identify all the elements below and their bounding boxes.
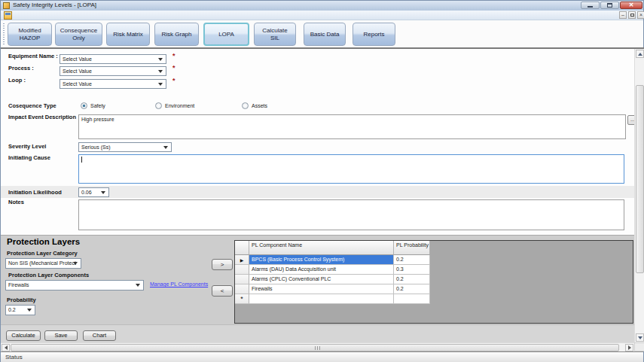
probability-label: Probability: [7, 297, 36, 303]
tab-calculate-sil[interactable]: Calculate SIL: [254, 23, 296, 46]
equipment-name-label: Equipment Name :: [8, 53, 58, 59]
pl-category-select[interactable]: Non SIS (Mechanical Protect: [5, 258, 81, 269]
arrow-up-icon: [638, 53, 642, 56]
tab-lopa[interactable]: LOPA: [203, 23, 249, 46]
tab-basic-data[interactable]: Basic Data: [304, 23, 346, 46]
horizontal-scrollbar[interactable]: [1, 342, 634, 351]
cell-component-name[interactable]: Alarms (CPLC) Conventional PLC: [249, 275, 394, 284]
module-toolbar: Modified HAZOP Consequence Only Risk Mat…: [1, 20, 643, 47]
toolstrip-grip-icon[interactable]: [3, 23, 5, 44]
mdi-restore-button[interactable]: [628, 11, 636, 19]
cell-probability[interactable]: 0.2: [394, 255, 430, 265]
cell-probability[interactable]: 0.3: [394, 265, 430, 275]
maximize-button[interactable]: [600, 2, 619, 9]
impact-event-description-input[interactable]: High pressure: [78, 114, 626, 139]
status-text: Status: [5, 354, 23, 360]
cell-probability[interactable]: 0.2: [394, 284, 430, 294]
add-component-button[interactable]: >: [212, 259, 233, 270]
mdi-close-button[interactable]: ×: [637, 11, 644, 19]
pl-components-grid: PL Component Name PL Probability ▶ BPCS …: [234, 240, 633, 324]
radio-safety[interactable]: [81, 102, 87, 109]
column-header-pl-probability[interactable]: PL Probability: [394, 241, 430, 255]
lopa-form: Equipment Name : Select Value * Process …: [1, 49, 644, 351]
column-header-pl-component-name[interactable]: PL Component Name: [249, 241, 394, 255]
table-row: Alarms (DAU) Data Accquisition unit 0.3: [235, 265, 633, 275]
close-icon: ✕: [629, 2, 634, 8]
new-row-marker-icon: *: [235, 294, 249, 304]
mdi-minimize-button[interactable]: –: [619, 11, 627, 19]
loop-label: Loop :: [8, 77, 26, 84]
protection-layers-panel: Protection Layers Protection Layer Categ…: [1, 235, 634, 324]
cell-component-name[interactable]: Alarms (DAU) Data Accquisition unit: [249, 265, 394, 275]
loop-select[interactable]: Select Value: [60, 79, 166, 89]
manage-pl-components-link[interactable]: Manage PL Components: [150, 281, 208, 287]
save-button[interactable]: Save: [44, 330, 78, 341]
radio-environment[interactable]: [155, 102, 162, 109]
cell-component-name[interactable]: BPCS (Basic Process Control Syystem): [249, 255, 394, 265]
menu-strip: – ×: [1, 11, 643, 20]
required-marker: *: [172, 52, 175, 59]
consequence-type-label: Cosequence Type: [8, 102, 56, 109]
vertical-scroll-thumb[interactable]: [636, 85, 644, 273]
radio-assets[interactable]: [242, 102, 249, 109]
initiation-likelihood-select[interactable]: 0.06: [78, 187, 109, 197]
radio-environment-label: Environment: [165, 103, 194, 108]
scroll-up-button[interactable]: [636, 50, 644, 58]
impact-event-description-label: Impact Event Description: [8, 114, 76, 120]
scroll-left-button[interactable]: [2, 344, 10, 351]
equipment-name-select[interactable]: Select Value: [60, 54, 166, 64]
calculate-button[interactable]: Calculate: [6, 330, 41, 341]
process-label: Process :: [8, 65, 34, 71]
pl-components-select[interactable]: Firewalls: [5, 280, 144, 291]
restore-icon: [630, 14, 634, 17]
table-row-new: *: [235, 294, 633, 304]
scroll-right-button[interactable]: [625, 344, 633, 351]
cell-component-name[interactable]: [249, 294, 394, 304]
tab-reports[interactable]: Reports: [353, 23, 395, 46]
probability-select[interactable]: 0.2: [5, 305, 35, 315]
maximize-icon: [607, 3, 612, 8]
remove-component-button[interactable]: <: [212, 285, 233, 297]
required-marker: *: [172, 64, 175, 71]
process-select[interactable]: Select Value: [60, 66, 166, 76]
title-bar: Safety Integrity Levels - [LOPA] ✕: [1, 1, 643, 11]
tab-risk-graph[interactable]: Risk Graph: [154, 23, 199, 46]
radio-safety-label: Safety: [90, 103, 105, 108]
chevron-down-icon: [27, 309, 32, 312]
chevron-down-icon: [136, 284, 140, 287]
cell-component-name[interactable]: Firewalls: [249, 284, 394, 294]
initiating-cause-input[interactable]: [78, 154, 624, 184]
chevron-down-icon: [163, 146, 168, 149]
text-caret: [81, 157, 82, 163]
severity-level-label: Severity Level: [8, 143, 46, 150]
chevron-down-icon: [73, 262, 78, 265]
pl-components-label: Protection Layer Components: [8, 272, 89, 278]
table-row: Firewalls 0.2: [235, 284, 633, 294]
table-row: Alarms (CPLC) Conventional PLC 0.2: [235, 275, 633, 284]
window-title: Safety Integrity Levels - [LOPA]: [13, 2, 96, 8]
tab-consequence-only[interactable]: Consequence Only: [55, 23, 102, 46]
pl-category-label: Protection Layer Category: [7, 250, 78, 257]
close-button[interactable]: ✕: [620, 2, 642, 9]
chart-button[interactable]: Chart: [83, 330, 116, 341]
arrow-right-icon: [628, 345, 631, 350]
tab-modified-hazop[interactable]: Modified HAZOP: [8, 23, 52, 46]
selected-row-marker-icon: ▶: [235, 255, 249, 265]
tab-risk-matrix[interactable]: Risk Matrix: [106, 23, 150, 46]
initiation-likelihood-label: Initiation Likelihood: [8, 189, 62, 196]
vertical-scrollbar[interactable]: [634, 49, 644, 342]
cell-probability[interactable]: 0.2: [394, 275, 430, 284]
mdi-child-icon: [4, 11, 12, 20]
minimize-button[interactable]: [581, 2, 600, 9]
severity-level-select[interactable]: Serious (Ss): [78, 142, 172, 152]
notes-input[interactable]: [78, 199, 624, 230]
scroll-down-button[interactable]: [636, 333, 644, 342]
radio-assets-label: Assets: [252, 103, 267, 108]
chevron-down-icon: [101, 191, 105, 194]
arrow-left-icon: [5, 345, 8, 350]
horizontal-scroll-thumb[interactable]: [11, 344, 619, 351]
table-row: ▶ BPCS (Basic Process Control Syystem) 0…: [235, 255, 633, 265]
required-marker: *: [172, 77, 175, 84]
cell-probability[interactable]: [394, 294, 430, 304]
initiating-cause-label: Initiating Cause: [8, 154, 50, 161]
